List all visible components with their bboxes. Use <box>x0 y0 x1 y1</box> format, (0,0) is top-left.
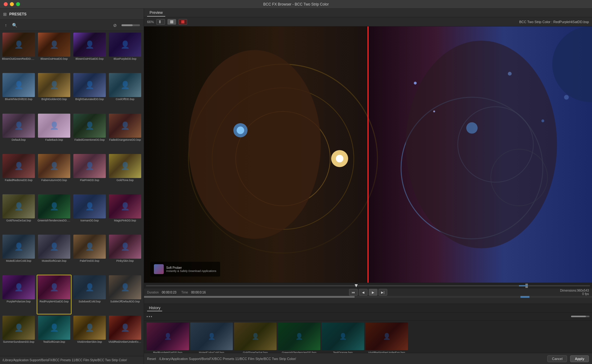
preset-item[interactable]: 👤 IcemanDD.bsp <box>72 194 107 233</box>
preview-toolbar: 66% BCC Two Strip Color : RedPurpleHiSat… <box>144 17 592 26</box>
timeline-info-row: Duration 00:00:0:23 Time 00:00:0:16 ⏮ ◀ … <box>144 289 592 296</box>
next-frame-button[interactable]: ▶| <box>379 289 387 296</box>
preset-item[interactable]: 👤 PinkySkin.bsp <box>108 234 142 274</box>
preset-thumbnail: 👤 <box>73 194 106 218</box>
history-header: History <box>144 304 592 313</box>
grid-view-icon[interactable]: ⊞ <box>3 12 7 17</box>
size-slider[interactable] <box>121 24 140 26</box>
history-tab[interactable]: History <box>147 305 162 311</box>
settings-icon[interactable]: ⊘ <box>112 22 118 29</box>
presets-toolbar: ↑ 🔍 ⊘ <box>0 20 144 31</box>
preset-item[interactable]: 👤 BrightSaturatedDD.bsp <box>72 72 107 112</box>
preset-item[interactable]: 👤 BlownOutHeatDD.bsp <box>37 32 72 72</box>
preset-item[interactable]: 👤 MagicPinkDD.bsp <box>108 194 142 233</box>
scrubber-bar[interactable] <box>146 285 590 286</box>
preset-item[interactable]: 👤 VividAmberSkin.bsp <box>72 315 107 355</box>
progress-bar[interactable] <box>144 296 592 298</box>
preset-item[interactable]: 👤 PurplePolarizer.bsp <box>1 275 36 314</box>
preset-label: FlatPinkDD.bsp <box>73 179 106 182</box>
preset-item[interactable]: 👤 SubtleOffDefaultDD.bsp <box>108 275 142 314</box>
prev-frame-button[interactable]: ◀ <box>359 289 368 296</box>
time-info: Time 00:00:0:16 <box>181 291 206 294</box>
preset-item[interactable]: 👤 GoldToneDeSat.bsp <box>1 194 36 233</box>
preset-item[interactable]: 👤 MutedSoftGrain.bsp <box>37 234 72 274</box>
preset-item[interactable]: 👤 GreenishTendenciesDD.bsp <box>37 194 72 233</box>
main-layout: ⊞ PRESETS ↑ 🔍 ⊘ 👤 BlownOutGreenRedDD.bsp… <box>0 9 592 364</box>
history-item[interactable]: 👤 GoldToneDeSat.bsp <box>234 322 277 353</box>
preset-thumbnail: 👤 <box>38 33 70 57</box>
history-item[interactable]: 👤 GreenishTendenciesDD.bsp <box>278 322 320 353</box>
preset-item[interactable]: 👤 VividRedAmberUnderExp.bsp <box>108 315 142 355</box>
preset-face: 👤 <box>73 33 106 57</box>
svg-point-17 <box>433 111 435 112</box>
preset-thumbnail: 👤 <box>109 194 141 218</box>
preset-item[interactable]: 👤 SubduedCold.bsp <box>72 275 107 314</box>
preset-item[interactable]: 👤 Default.bsp <box>1 113 36 153</box>
history-item[interactable]: 👤 MutedColorCold.bsp <box>190 322 233 353</box>
preset-item[interactable]: 👤 BluePurpleDD.bsp <box>108 32 142 72</box>
preset-item[interactable]: 👤 FadedGreentoneDD.bsp <box>72 113 107 153</box>
preset-item[interactable]: 👤 CoolOffDD.bsp <box>108 72 142 112</box>
preset-item[interactable]: 👤 SummerSundownDD.bsp <box>1 315 36 355</box>
preset-thumbnail: 👤 <box>38 73 70 97</box>
preset-face: 👤 <box>73 316 106 340</box>
preset-face: 👤 <box>38 114 70 138</box>
history-thumbnail: 👤 <box>365 322 408 350</box>
preset-thumbnail: 👤 <box>2 33 35 57</box>
range-selection <box>519 285 528 286</box>
preset-thumbnail: 👤 <box>73 275 106 299</box>
svg-point-11 <box>237 127 245 134</box>
cancel-button[interactable]: Cancel <box>547 355 567 362</box>
preset-face: 👤 <box>109 316 141 340</box>
preset-thumbnail: 👤 <box>38 235 70 259</box>
preset-label: PaleFireDD.bsp <box>73 259 106 262</box>
history-item[interactable]: 👤 TealOrange.bsp <box>322 322 364 353</box>
preset-label: GoldTone.bsp <box>109 179 142 182</box>
preset-item[interactable]: 👤 MutedColorCold.bsp <box>1 234 36 274</box>
preset-face: 👤 <box>38 316 70 340</box>
preset-face: 👤 <box>2 114 35 138</box>
left-panel: ⊞ PRESETS ↑ 🔍 ⊘ 👤 BlownOutGreenRedDD.bsp… <box>0 9 144 364</box>
preset-item[interactable]: 👤 BlownOutGreenRedDD.bsp <box>1 32 36 72</box>
preset-item[interactable]: 👤 RedPurpleHiSatDD.bsp <box>37 275 72 314</box>
play-button[interactable]: ▶ <box>369 289 377 296</box>
preset-item[interactable]: 👤 BrightGoldenDD.bsp <box>37 72 72 112</box>
preset-item[interactable]: 👤 BlownOutHiSatDD.bsp <box>72 32 107 72</box>
zoom-label: 66% <box>147 20 154 24</box>
history-item[interactable]: 👤 VividRedAmberUnderExp.bsp <box>365 322 408 353</box>
preset-item[interactable]: 👤 BlueWhiteShiftDD.bsp <box>1 72 36 112</box>
preset-label: SummerSundownDD.bsp <box>2 340 35 343</box>
search-icon[interactable]: 🔍 <box>11 22 18 29</box>
preset-item[interactable]: 👤 TealSoftGrain.bsp <box>37 315 72 355</box>
preset-item[interactable]: 👤 FadedOrangetoneDD.bsp <box>108 113 142 153</box>
maximize-button[interactable] <box>16 2 20 6</box>
apply-button[interactable]: Apply <box>570 355 589 362</box>
preset-thumbnail: 👤 <box>109 73 141 97</box>
duration-value: 00:00:0:23 <box>162 291 176 294</box>
history-size-slider[interactable] <box>571 316 590 317</box>
close-button[interactable] <box>4 2 8 6</box>
preset-label: PinkySkin.bsp <box>109 259 142 262</box>
minimize-button[interactable] <box>10 2 14 6</box>
history-face: 👤 <box>146 322 189 350</box>
view-left-button[interactable] <box>156 19 165 25</box>
preset-item[interactable]: 👤 FalseAutumnDD.bsp <box>37 153 72 193</box>
preset-item[interactable]: 👤 FadeBack.bsp <box>37 113 72 153</box>
svg-point-9 <box>406 41 557 248</box>
preset-item[interactable]: 👤 FadedRedtoneDD.bsp <box>1 153 36 193</box>
preview-tab[interactable]: Preview <box>147 9 165 17</box>
upload-icon[interactable]: ↑ <box>2 22 9 29</box>
scrubber-track-row[interactable] <box>144 283 592 289</box>
history-menu-icon[interactable]: ••• <box>146 314 153 319</box>
preset-thumbnail: 👤 <box>2 316 35 340</box>
preset-item[interactable]: 👤 FlatPinkDD.bsp <box>72 153 107 193</box>
preset-item[interactable]: 👤 PaleFireDD.bsp <box>72 234 107 274</box>
history-item[interactable]: 👤 RedPurpleHiSatDD.bsp <box>146 322 189 353</box>
preset-item[interactable]: 👤 GoldTone.bsp <box>108 153 142 193</box>
view-split-button[interactable] <box>167 19 176 25</box>
history-grid: 👤 RedPurpleHiSatDD.bsp 👤 MutedColorCold.… <box>144 321 592 353</box>
step-back-button[interactable]: ⏮ <box>349 289 358 296</box>
window-controls[interactable] <box>4 2 20 6</box>
presets-grid: 👤 BlownOutGreenRedDD.bsp 👤 BlownOutHeatD… <box>0 31 144 356</box>
view-right-button[interactable] <box>179 19 187 25</box>
